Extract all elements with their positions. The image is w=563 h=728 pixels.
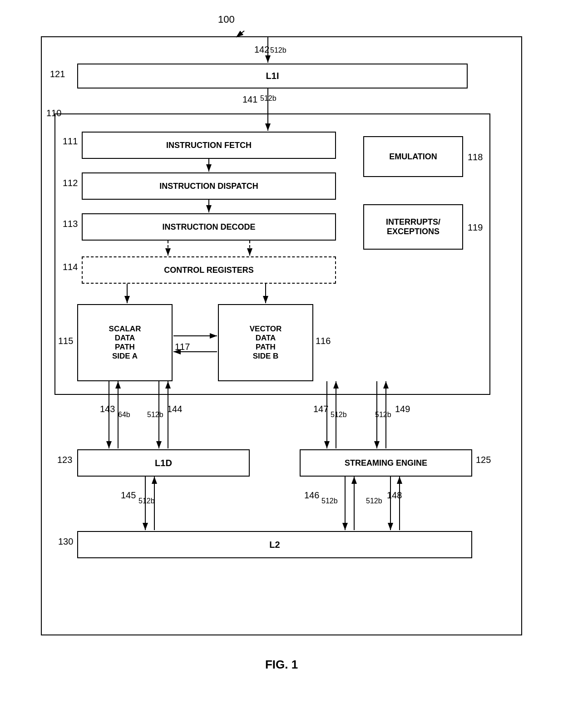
label-512b-141: 512b [260, 94, 277, 103]
vector-data-path-box: VECTOR DATA PATH SIDE B [218, 304, 313, 381]
ref-141: 141 [242, 94, 257, 105]
ref-130: 130 [58, 536, 73, 547]
ref-110: 110 [46, 108, 61, 118]
instruction-fetch-box: INSTRUCTION FETCH [82, 132, 336, 159]
ref-146: 146 [304, 490, 319, 501]
l1i-box: L1I [77, 64, 468, 89]
ref-111: 111 [63, 136, 78, 147]
ref-123: 123 [57, 455, 72, 465]
ref-148: 148 [387, 490, 402, 501]
ref-117: 117 [175, 342, 190, 352]
ref-143: 143 [100, 404, 115, 414]
ref-116: 116 [316, 336, 331, 346]
interrupts-exceptions-box: INTERRUPTS/ EXCEPTIONS [363, 204, 463, 250]
figure-label: FIG. 1 [265, 658, 298, 672]
ref-142: 142 [254, 44, 269, 55]
label-512b-145: 512b [138, 497, 155, 505]
label-512b-146b: 512b [366, 497, 382, 505]
label-512b-146: 512b [321, 497, 338, 505]
l1d-box: L1D [77, 449, 250, 477]
emulation-box: EMULATION [363, 136, 463, 177]
label-512b-149: 512b [375, 411, 391, 419]
label-512b-142: 512b [270, 46, 286, 54]
ref-147: 147 [313, 404, 328, 414]
label-64b: 64b [118, 411, 130, 419]
ref-144: 144 [167, 404, 182, 414]
l2-box: L2 [77, 531, 472, 558]
ref-125: 125 [476, 455, 491, 465]
ref-121: 121 [50, 69, 65, 79]
instruction-dispatch-box: INSTRUCTION DISPATCH [82, 172, 336, 200]
ref-118: 118 [468, 152, 483, 162]
control-registers-box: CONTROL REGISTERS [82, 256, 336, 284]
ref-119: 119 [468, 222, 483, 233]
ref-149: 149 [395, 404, 410, 414]
streaming-engine-box: STREAMING ENGINE [300, 449, 472, 477]
ref-115: 115 [58, 336, 73, 346]
ref-112: 112 [63, 178, 78, 188]
ref-113: 113 [63, 219, 78, 229]
scalar-data-path-box: SCALAR DATA PATH SIDE A [77, 304, 173, 381]
ref-145: 145 [121, 490, 136, 501]
ref-114: 114 [63, 262, 78, 272]
label-512b-144: 512b [147, 411, 163, 419]
ref-100: 100 [218, 14, 235, 25]
label-512b-147: 512b [331, 411, 347, 419]
instruction-decode-box: INSTRUCTION DECODE [82, 213, 336, 241]
